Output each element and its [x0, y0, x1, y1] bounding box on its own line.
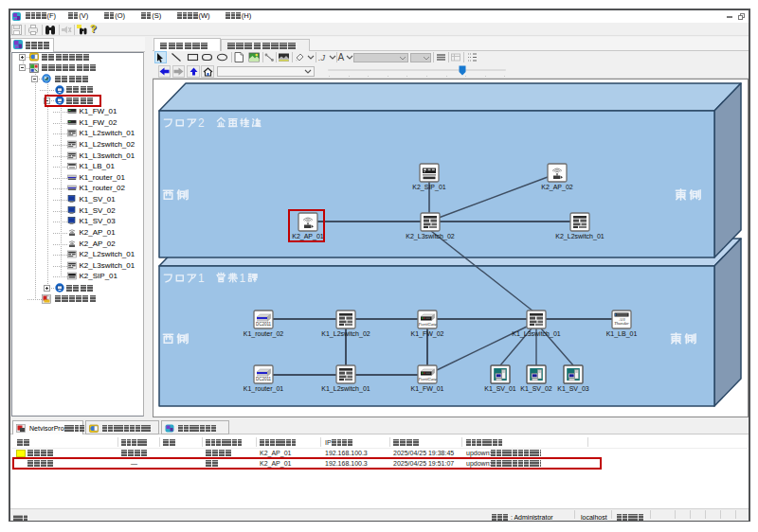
svg-text:K1_LB_01: K1_LB_01	[606, 330, 638, 338]
svg-text:K2_L3switch_02: K2_L3switch_02	[406, 233, 454, 240]
svg-text:K1_SV_03: K1_SV_03	[557, 385, 589, 393]
svg-text:K1_SV_02: K1_SV_02	[520, 385, 552, 393]
svg-text:1: 1	[198, 272, 205, 285]
svg-text:K2_SIP_01: K2_SIP_01	[412, 184, 446, 191]
svg-text:K1_SV_01: K1_SV_01	[484, 385, 516, 393]
svg-text:K2_AP_02: K2_AP_02	[541, 184, 573, 191]
svg-text:K1_FW_01: K1_FW_01	[410, 385, 443, 393]
svg-text:K2_L2switch_01: K2_L2switch_01	[555, 233, 604, 240]
svg-text:K1_L2switch_02: K1_L2switch_02	[321, 330, 370, 338]
svg-text:1: 1	[240, 272, 246, 285]
svg-text:K1_FW_02: K1_FW_02	[410, 330, 443, 338]
svg-text:K1_L2switch_01: K1_L2switch_01	[321, 385, 370, 393]
svg-text:K1_L3switch_01: K1_L3switch_01	[512, 330, 560, 338]
svg-text:K1_router_01: K1_router_01	[244, 385, 284, 393]
svg-text:K1_router_02: K1_router_02	[244, 330, 284, 338]
svg-text:2: 2	[198, 116, 205, 130]
